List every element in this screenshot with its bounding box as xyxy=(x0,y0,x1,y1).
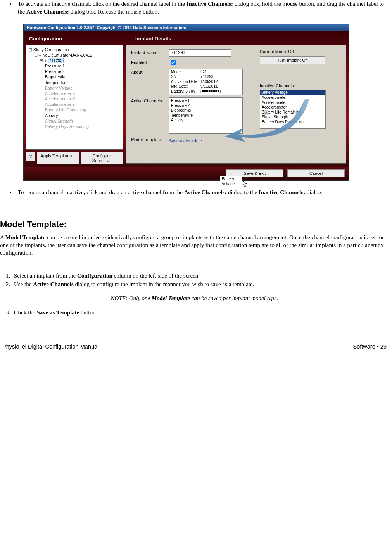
cursor-icon xyxy=(242,180,248,188)
text: button. xyxy=(79,309,97,316)
text: Click the xyxy=(14,309,36,316)
configure-sources-button[interactable]: Configure Sources... xyxy=(81,152,123,164)
inactive-channels-listbox[interactable]: Battery Voltage Accelerometer Accelerome… xyxy=(260,90,326,129)
tree-item-disabled[interactable]: Accelerometer Z xyxy=(45,102,120,107)
bullet-inactivate: To render a channel inactive, click and … xyxy=(16,188,389,196)
text-bold: Model Template xyxy=(5,234,46,240)
bullet-list-bottom: To render a channel inactive, click and … xyxy=(16,188,389,196)
text: NOTE: Only one xyxy=(111,295,152,301)
model-template-paragraph: A Model Template can be created in order… xyxy=(0,233,389,257)
text: dialog box. Release the mouse button. xyxy=(69,9,159,15)
current-mode-label: Current Mode: Off xyxy=(260,49,341,54)
text-bold: Model Template xyxy=(152,295,190,301)
tree-item[interactable]: Pressure 1 xyxy=(45,63,120,69)
label-enabled: Enabled: xyxy=(131,59,166,65)
text-bold: Inactive Channels: xyxy=(259,189,305,195)
move-left-icon[interactable]: << xyxy=(264,110,268,115)
label-active-channels: Active Channels: xyxy=(131,97,166,103)
text-bold: Active Channels: xyxy=(184,189,227,195)
list-item[interactable]: Activity xyxy=(171,118,241,123)
text-bold: Active Channels: xyxy=(26,9,69,15)
tree-item[interactable]: Temperature xyxy=(45,80,120,85)
label-about: About: xyxy=(131,69,166,74)
implant-details-panel: Implant Name: 711293 Enabled: About: xyxy=(126,45,346,164)
active-channels-listbox[interactable]: Pressure 1 Pressure 2 Biopotential Tempe… xyxy=(169,97,243,134)
implant-name-input[interactable]: 711293 xyxy=(169,49,231,57)
tree-item-readonly[interactable]: Battery Days Remaining xyxy=(45,124,120,129)
about-key: Activation Date: xyxy=(171,79,200,85)
text-bold: Save as Template xyxy=(36,309,79,316)
footer-left: PhysioTel Digital Configuration Manual xyxy=(2,344,98,350)
text-bold: Inactive Channels: xyxy=(187,1,233,7)
status-dot-icon: ● xyxy=(39,53,41,57)
tree-item-disabled[interactable]: Accelerometer Y xyxy=(45,96,120,102)
label-implant-name: Implant Name: xyxy=(131,49,166,55)
list-item[interactable]: Accelerometer xyxy=(262,100,324,105)
tree-item-readonly[interactable]: Signal Strength xyxy=(45,118,120,124)
window-titlebar: Hardware Configuration 1.0.2.357, Copyri… xyxy=(24,24,349,31)
list-item[interactable]: Battery Life Remaining xyxy=(262,110,324,115)
bullet-list-top: To activate an inactive channel, click o… xyxy=(16,0,389,16)
text: can be created in order to identically c… xyxy=(0,234,384,256)
text: column on the left side of the screen. xyxy=(112,273,200,279)
list-item[interactable]: Biopotential xyxy=(171,108,241,113)
text: can be saved per implant model type. xyxy=(190,295,278,301)
cancel-button[interactable]: Cancel xyxy=(287,169,345,177)
list-item[interactable]: Battery Days Remaining xyxy=(262,120,324,125)
configuration-tree[interactable]: Study Configuration ● NgClcEmulator-DAN-… xyxy=(26,45,123,150)
tree-root: Study Configuration xyxy=(33,47,69,52)
label-inactive-channels: Inactive Channels: xyxy=(260,83,341,88)
about-key: Battery: 3.70V xyxy=(171,89,200,94)
text: To render a channel inactive, click and … xyxy=(18,189,184,195)
heading-model-template: Model Template: xyxy=(0,219,389,230)
text: Use the xyxy=(14,281,33,287)
save-as-template-link[interactable]: Save as template xyxy=(169,138,202,143)
hardware-config-window: Hardware Configuration 1.0.2.357, Copyri… xyxy=(23,24,349,181)
tree-item[interactable]: Pressure 2 xyxy=(45,69,120,74)
list-item[interactable]: Pressure 1 xyxy=(171,98,241,104)
list-item[interactable]: Temperature xyxy=(171,113,241,118)
about-val: 1/30/2012 xyxy=(200,79,223,85)
footer-right: Software • 29 xyxy=(353,344,387,350)
step-3: Click the Save as Template button. xyxy=(12,309,389,316)
about-val: 9/11/2011 xyxy=(200,84,223,89)
status-dot-icon: ● xyxy=(44,58,47,63)
enabled-checkbox[interactable] xyxy=(171,60,176,65)
page-footer: PhysioTel Digital Configuration Manual S… xyxy=(0,320,389,354)
text: To activate an inactive channel, click o… xyxy=(18,1,187,7)
list-item-selected[interactable]: Battery Voltage xyxy=(260,90,325,96)
list-item[interactable]: Accelerometer xyxy=(262,105,324,110)
apply-templates-button[interactable]: Apply Templates... xyxy=(37,152,79,164)
about-val: L21 xyxy=(200,70,223,75)
tree-item[interactable]: Activity xyxy=(45,113,120,118)
text-bold: Configuration xyxy=(77,273,112,279)
tree-item-disabled[interactable]: Battery Voltage xyxy=(45,85,120,91)
tree-implant-selected[interactable]: 711293 xyxy=(48,58,64,63)
tree-item[interactable]: Biopotential xyxy=(45,74,120,79)
column-headers: Configuration Implant Details xyxy=(26,34,346,43)
text: dialog. xyxy=(305,189,323,195)
header-configuration: Configuration xyxy=(26,34,132,43)
about-key: Model: xyxy=(171,70,200,75)
note-single-template: NOTE: Only one Model Template can be sav… xyxy=(0,295,389,302)
tree-item-disabled[interactable]: Accelerometer X xyxy=(45,91,120,96)
text: Select an implant from the xyxy=(14,273,77,279)
list-item[interactable]: Pressure 2 xyxy=(171,104,241,109)
screenshot-hardware-config: Hardware Configuration 1.0.2.357, Copyri… xyxy=(23,24,349,181)
step-1: Select an implant from the Configuration… xyxy=(12,272,389,280)
bullet-activate: To activate an inactive channel, click o… xyxy=(16,0,389,16)
header-implant-details: Implant Details xyxy=(132,34,174,43)
tree-emulator[interactable]: NgClcEmulator-DAN-20452 xyxy=(42,53,92,57)
dialog-footer: Save & Exit Cancel xyxy=(24,167,349,180)
tree-item-disabled[interactable]: Battery Life Remaining xyxy=(45,107,120,112)
help-icon[interactable]: ? xyxy=(26,152,35,161)
text: dialog to configure the implant in the m… xyxy=(74,281,254,287)
about-key: SN: xyxy=(171,74,200,79)
about-val: 711293 xyxy=(200,74,223,79)
list-item[interactable]: Signal Strength xyxy=(262,115,324,120)
about-val: [========] xyxy=(200,89,223,94)
list-item[interactable]: Accelerometer xyxy=(262,95,324,100)
drag-ghost-item: Battery Voltage xyxy=(220,176,242,187)
text: A xyxy=(0,234,5,240)
turn-implant-off-button[interactable]: Turn Implant Off xyxy=(260,56,325,64)
